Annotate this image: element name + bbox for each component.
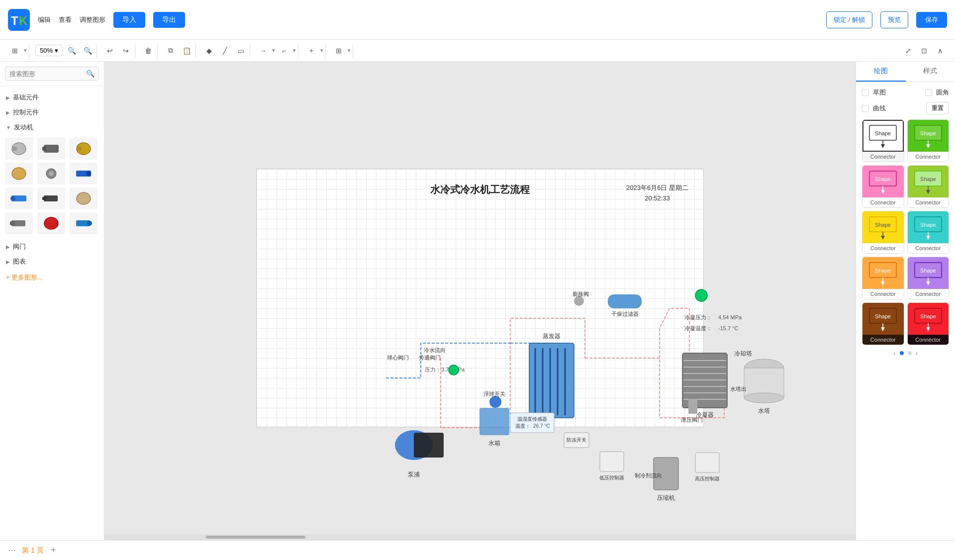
svg-text:冷却塔: 冷却塔 (734, 350, 752, 357)
section-chart[interactable]: ▶ 图表 (0, 254, 104, 269)
collapse-btn[interactable]: ∧ (933, 44, 947, 58)
svg-rect-70 (695, 453, 719, 472)
more-shapes-btn[interactable]: + 更多图形... (0, 269, 104, 286)
draft-checkbox[interactable] (862, 89, 869, 96)
menu-edit[interactable]: 编辑 (38, 15, 51, 24)
shape-card-5-bottom: Connector (862, 243, 904, 253)
lock-unlock-button[interactable]: 锁定 / 解锁 (826, 11, 872, 28)
motor-item-2[interactable] (37, 138, 65, 160)
svg-rect-66 (688, 399, 697, 414)
page-dot-1[interactable] (900, 351, 904, 355)
insert-btn[interactable]: ＋ (304, 44, 318, 58)
copy-btn[interactable]: ⧉ (164, 44, 178, 58)
svg-text:Shape: Shape (920, 222, 936, 228)
more-options-btn[interactable]: ⋯ (6, 545, 18, 557)
svg-marker-93 (881, 190, 885, 194)
sidebar-toggle-btn[interactable]: ⊞ (8, 44, 22, 58)
svg-text:浮球开关: 浮球开关 (483, 391, 505, 397)
shape-card-10[interactable]: Shape Connector (907, 302, 950, 345)
shape-card-7-top: Shape (862, 257, 904, 289)
motor-item-6[interactable] (70, 163, 97, 185)
zoom-in-btn[interactable]: 🔍 (81, 44, 95, 58)
save-button[interactable]: 保存 (916, 12, 947, 28)
section-control[interactable]: ▶ 控制元件 (0, 105, 104, 120)
page-dot-2[interactable] (908, 351, 912, 355)
next-page-btn[interactable]: › (916, 349, 918, 357)
section-basic[interactable]: ▶ 基础元件 (0, 90, 104, 105)
shape-card-5[interactable]: Shape Connector (862, 211, 904, 254)
svg-marker-105 (926, 236, 930, 240)
motor-item-8[interactable] (37, 187, 65, 209)
canvas-inner[interactable]: 水冷式冷水机工艺流程 2023年6月6日 星期二 20:52:33 (104, 62, 856, 534)
table-btn[interactable]: ⊞ (332, 44, 346, 58)
tab-style[interactable]: 样式 (906, 62, 955, 82)
redo-btn[interactable]: ↪ (119, 44, 133, 58)
search-input[interactable] (9, 70, 86, 78)
tab-draw[interactable]: 绘图 (856, 62, 906, 82)
motor-item-1[interactable] (5, 138, 33, 160)
connector-btn[interactable]: → (256, 44, 270, 58)
undo-redo-group: ↩ ↪ (101, 44, 135, 58)
shape-card-10-bottom: Connector (908, 335, 949, 345)
motor-item-10[interactable] (5, 212, 33, 234)
shape-card-7[interactable]: Shape Connector (862, 257, 904, 299)
reset-button[interactable]: 重置 (926, 102, 949, 114)
section-valve[interactable]: ▶ 阀门 (0, 239, 104, 254)
draft-row: 草图 圆角 (862, 88, 949, 97)
shape-card-3[interactable]: Shape Connector (862, 165, 904, 208)
search-icon: 🔍 (86, 70, 95, 78)
shape-card-9[interactable]: Shape Connector (862, 302, 904, 345)
undo-btn[interactable]: ↩ (103, 44, 117, 58)
delete-btn[interactable]: 🗑 (141, 44, 155, 58)
section-motor[interactable]: ▼ 发动机 (0, 120, 104, 135)
shape-card-6-top: Shape (908, 211, 949, 243)
svg-text:压力：3.79 MPa: 压力：3.79 MPa (425, 367, 465, 373)
svg-point-9 (12, 168, 26, 180)
section-control-arrow: ▶ (6, 110, 10, 115)
motor-item-12[interactable] (70, 212, 97, 234)
page-label[interactable]: 第 1 页 (22, 546, 44, 555)
motor-item-5[interactable] (37, 163, 65, 185)
line-btn[interactable]: ╱ (218, 44, 232, 58)
motor-item-7[interactable] (5, 187, 33, 209)
fill-btn[interactable]: ◆ (202, 44, 216, 58)
elbow-btn[interactable]: ⌐ (277, 44, 291, 58)
svg-text:蒸发器: 蒸发器 (543, 333, 561, 340)
svg-point-29 (489, 396, 501, 408)
diagram-svg: 泵浦 水箱 浮球开关 蒸发器 (257, 169, 703, 427)
shape-card-8[interactable]: Shape Connector (907, 257, 950, 299)
canvas-scrollbar-thumb[interactable] (206, 536, 305, 539)
curve-checkbox[interactable] (862, 105, 869, 112)
motor-item-4[interactable] (5, 163, 33, 185)
right-panel-content: 草图 圆角 曲线 重置 Shape (856, 82, 955, 540)
shape-card-2[interactable]: Shape Connector (907, 119, 950, 162)
prev-page-btn[interactable]: ‹ (893, 349, 896, 357)
svg-text:26.7 °C: 26.7 °C (533, 423, 550, 429)
add-page-btn[interactable]: + (48, 545, 60, 557)
import-button[interactable]: 导入 (113, 12, 145, 28)
main-content: 🔍 ▶ 基础元件 ▶ 控制元件 ▼ 发动机 (0, 62, 955, 540)
zoom-selector[interactable]: 50% ▾ (35, 45, 63, 56)
rect-btn[interactable]: ▭ (234, 44, 248, 58)
zoom-dropdown-icon: ▾ (55, 47, 58, 54)
zoom-out-btn[interactable]: 🔍 (65, 44, 79, 58)
shape-card-1[interactable]: Shape Connector (862, 119, 904, 162)
svg-point-63 (744, 393, 784, 403)
svg-point-80 (695, 289, 707, 301)
canvas-scrollbar[interactable] (104, 534, 856, 540)
toolbar: ⊞ ▾ 50% ▾ 🔍 🔍 ↩ ↪ 🗑 ⧉ 📋 ◆ ╱ ▭ → ▾ ⌐ ▾ ＋ … (0, 40, 955, 62)
motor-item-9[interactable] (70, 187, 97, 209)
menu-view[interactable]: 查看 (59, 15, 72, 24)
motor-item-11[interactable] (37, 212, 65, 234)
export-button[interactable]: 导出 (153, 12, 185, 28)
shape-card-6[interactable]: Shape Connector (907, 211, 950, 254)
svg-text:球心阀门: 球心阀门 (387, 355, 409, 361)
motor-item-3[interactable] (70, 138, 97, 160)
rounded-checkbox[interactable] (925, 89, 932, 96)
fit-btn[interactable]: ⊡ (917, 44, 931, 58)
menu-adjust[interactable]: 调整图形 (80, 15, 105, 24)
paste-btn[interactable]: 📋 (180, 44, 193, 58)
fullscreen-btn[interactable]: ⤢ (901, 44, 915, 58)
shape-card-4[interactable]: Shape Connector (907, 165, 950, 208)
preview-button[interactable]: 预览 (880, 11, 908, 28)
